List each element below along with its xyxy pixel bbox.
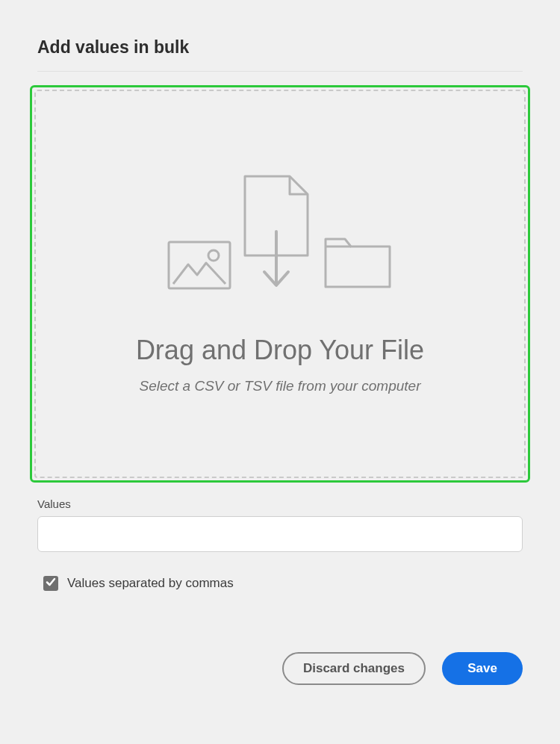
save-button[interactable]: Save	[442, 652, 523, 685]
check-icon	[46, 577, 56, 590]
dropzone-subtitle: Select a CSV or TSV file from your compu…	[140, 378, 421, 394]
dropzone-highlight: Drag and Drop Your File Select a CSV or …	[30, 85, 530, 483]
file-download-icon	[242, 173, 312, 290]
svg-point-1	[208, 250, 219, 261]
comma-separated-checkbox[interactable]	[43, 576, 58, 591]
dropzone-heading: Drag and Drop Your File	[136, 335, 424, 366]
comma-separated-label: Values separated by commas	[67, 576, 234, 591]
file-dropzone[interactable]: Drag and Drop Your File Select a CSV or …	[34, 90, 526, 478]
divider	[37, 71, 523, 72]
values-label: Values	[37, 497, 523, 510]
discard-button[interactable]: Discard changes	[282, 652, 426, 685]
image-icon	[167, 241, 231, 290]
values-section: Values	[37, 497, 523, 552]
comma-separated-checkbox-row[interactable]: Values separated by commas	[37, 576, 523, 591]
page-title: Add values in bulk	[37, 37, 523, 58]
values-input[interactable]	[37, 516, 523, 552]
svg-rect-0	[169, 242, 230, 288]
dropzone-icons-group	[167, 173, 393, 290]
buttons-row: Discard changes Save	[37, 652, 523, 685]
folder-icon	[323, 236, 393, 290]
